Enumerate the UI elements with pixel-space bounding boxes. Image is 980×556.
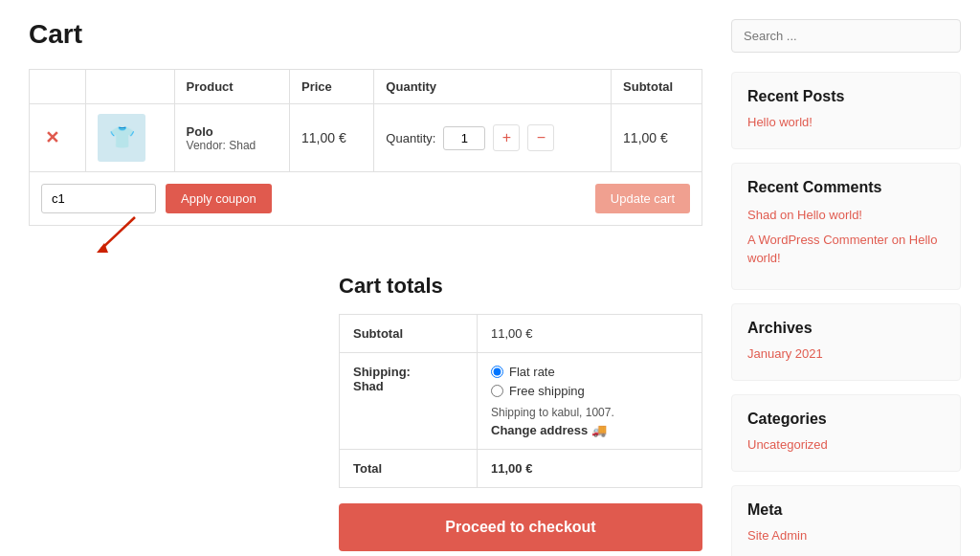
main-content: Cart Product Price Quantity Subtotal ✕: [29, 19, 702, 556]
recent-comments-section: Recent Comments Shad on Hello world! A W…: [731, 163, 961, 290]
truck-icon: 🚚: [591, 423, 607, 437]
checkout-button[interactable]: Proceed to checkout: [339, 503, 702, 551]
shipping-options-cell: Flat rate Free shipping Shipping to kabu…: [478, 353, 702, 450]
meta-item[interactable]: Site Admin: [747, 528, 945, 543]
flat-rate-option[interactable]: Flat rate: [491, 365, 688, 379]
update-cart-button[interactable]: Update cart: [595, 184, 690, 213]
quantity-increase-button[interactable]: +: [493, 124, 520, 151]
archive-item[interactable]: January 2021: [747, 346, 945, 361]
category-item[interactable]: Uncategorized: [747, 437, 945, 452]
total-label: Total: [340, 450, 478, 488]
recent-posts-title: Recent Posts: [747, 88, 945, 105]
categories-section: Categories Uncategorized: [731, 394, 961, 472]
quantity-label: Quantity:: [386, 131, 435, 145]
shipping-row: Shipping:Shad Flat rate Free shipp: [340, 353, 702, 450]
change-address[interactable]: Change address 🚚: [491, 423, 688, 437]
comment-author-2[interactable]: A WordPress Commenter: [747, 233, 888, 247]
shipping-label-text: Shipping:Shad: [353, 365, 411, 393]
svg-marker-1: [97, 243, 108, 253]
quantity-decrease-button[interactable]: −: [527, 124, 554, 151]
subtotal-label: Subtotal: [340, 315, 478, 353]
remove-item-button[interactable]: ✕: [41, 127, 63, 148]
comment-item-1: Shad on Hello world!: [747, 206, 945, 225]
table-row: ✕ 👕 Polo Vendor: Shad 11,00 €: [30, 104, 702, 172]
subtotal-value: 11,00 €: [478, 315, 702, 353]
total-value: 11,00 €: [478, 450, 702, 488]
product-vendor: Vendor: Shad: [187, 139, 278, 152]
product-info-cell: Polo Vendor: Shad: [174, 104, 289, 172]
col-quantity: Quantity: [374, 70, 612, 104]
product-name: Polo: [187, 124, 278, 139]
quantity-wrapper: Quantity: + −: [386, 124, 599, 151]
sidebar-search: [731, 19, 961, 53]
product-price-cell: 11,00 €: [289, 104, 373, 172]
subtotal-row: Subtotal 11,00 €: [340, 315, 702, 353]
product-subtotal-cell: 11,00 €: [612, 104, 702, 172]
product-quantity-cell: Quantity: + −: [374, 104, 612, 172]
comment-text-1: on Hello world!: [780, 208, 862, 222]
meta-section: Meta Site Admin: [731, 485, 961, 557]
meta-title: Meta: [747, 501, 945, 519]
search-input[interactable]: [731, 19, 961, 53]
recent-comments-title: Recent Comments: [747, 179, 945, 196]
totals-table: Subtotal 11,00 € Shipping:Shad Flat rate: [339, 314, 702, 488]
shipping-options: Flat rate Free shipping: [491, 365, 688, 398]
flat-rate-label: Flat rate: [509, 365, 555, 379]
col-subtotal: Subtotal: [612, 70, 702, 104]
col-image: [86, 70, 174, 104]
shipping-info: Shipping to kabul, 1007.: [491, 406, 688, 419]
sidebar: Recent Posts Hello world! Recent Comment…: [731, 19, 961, 556]
comment-item-2: A WordPress Commenter on Hello world!: [747, 231, 945, 268]
change-address-label: Change address: [491, 423, 588, 437]
remove-cell: ✕: [30, 104, 86, 172]
free-shipping-radio[interactable]: [491, 385, 503, 397]
product-subtotal: 11,00 €: [623, 130, 668, 145]
page-title: Cart: [29, 19, 702, 50]
recent-post-item[interactable]: Hello world!: [747, 115, 945, 129]
apply-coupon-button[interactable]: Apply coupon: [166, 184, 272, 213]
flat-rate-radio[interactable]: [491, 366, 503, 378]
product-image-cell: 👕: [86, 104, 174, 172]
cart-totals-section: Cart totals Subtotal 11,00 € Shipping:Sh…: [339, 274, 702, 551]
product-thumbnail: 👕: [98, 114, 145, 162]
product-price: 11,00 €: [301, 130, 346, 145]
coupon-input[interactable]: [41, 184, 156, 213]
shirt-icon: 👕: [109, 125, 135, 150]
col-product: Product: [174, 70, 289, 104]
arrow-indicator: [87, 212, 145, 258]
shipping-label: Shipping:Shad: [340, 353, 478, 450]
svg-line-0: [101, 217, 135, 249]
archives-section: Archives January 2021: [731, 303, 961, 381]
coupon-row: Apply coupon Update cart: [29, 172, 702, 226]
free-shipping-option[interactable]: Free shipping: [491, 384, 688, 398]
categories-title: Categories: [747, 411, 945, 428]
quantity-input[interactable]: [443, 126, 485, 150]
recent-posts-section: Recent Posts Hello world!: [731, 72, 961, 149]
free-shipping-label: Free shipping: [509, 384, 585, 398]
cart-totals-title: Cart totals: [339, 274, 702, 299]
arrow-icon: [87, 212, 145, 256]
cart-table: Product Price Quantity Subtotal ✕ 👕: [29, 69, 702, 172]
col-remove: [30, 70, 86, 104]
col-price: Price: [289, 70, 373, 104]
comment-author-1[interactable]: Shad: [747, 208, 776, 222]
total-row: Total 11,00 €: [340, 450, 702, 488]
archives-title: Archives: [747, 320, 945, 337]
